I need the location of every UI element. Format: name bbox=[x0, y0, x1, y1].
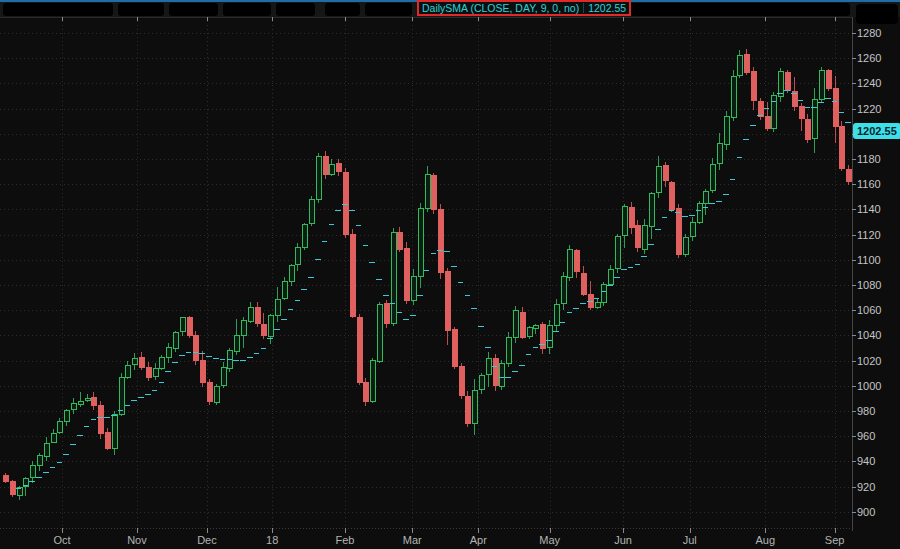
price-tick-label: 1240 bbox=[857, 77, 881, 89]
redacted-corner-box[interactable] bbox=[856, 4, 898, 24]
price-tick-label: 1100 bbox=[857, 254, 881, 266]
month-tick-label: Nov bbox=[127, 534, 147, 546]
price-tick-label: 1260 bbox=[857, 52, 881, 64]
price-tick-label: 1000 bbox=[857, 380, 881, 392]
month-tick-label: 18 bbox=[266, 534, 278, 546]
month-tick-label: May bbox=[539, 534, 560, 546]
month-tick-label: Apr bbox=[470, 534, 487, 546]
month-tick-label: Oct bbox=[54, 534, 71, 546]
price-tick-label: 1140 bbox=[857, 203, 881, 215]
study-label-value: 1202.55 bbox=[588, 2, 626, 14]
chart-window: DailySMA (CLOSE, DAY, 9, 0, no) 1202.55 … bbox=[0, 0, 900, 549]
month-tick-label: Jul bbox=[683, 534, 697, 546]
price-tick-label: 1060 bbox=[857, 304, 881, 316]
price-tick-label: 1120 bbox=[857, 229, 881, 241]
sma-dashes bbox=[16, 91, 851, 489]
price-tick-label: 1220 bbox=[857, 103, 881, 115]
sma-value-badge: 1202.55 bbox=[853, 123, 900, 139]
axis-lines bbox=[0, 17, 856, 533]
candlesticks bbox=[3, 49, 851, 500]
month-tick-label: Aug bbox=[755, 534, 775, 546]
month-tick-label: Mar bbox=[403, 534, 422, 546]
month-tick-label: Dec bbox=[197, 534, 217, 546]
price-tick-label: 1280 bbox=[857, 27, 881, 39]
price-tick-label: 1180 bbox=[857, 153, 881, 165]
month-tick-label: Feb bbox=[336, 534, 355, 546]
price-tick-label: 1080 bbox=[857, 279, 881, 291]
price-tick-label: 940 bbox=[857, 455, 875, 467]
study-label[interactable]: DailySMA (CLOSE, DAY, 9, 0, no) 1202.55 bbox=[417, 0, 631, 16]
gridlines bbox=[0, 17, 852, 528]
study-label-text: DailySMA (CLOSE, DAY, 9, 0, no) bbox=[422, 2, 579, 14]
price-tick-label: 900 bbox=[857, 506, 875, 518]
price-tick-label: 1020 bbox=[857, 355, 881, 367]
price-tick-label: 960 bbox=[857, 430, 875, 442]
price-tick-label: 980 bbox=[857, 405, 875, 417]
price-tick-label: 1160 bbox=[857, 178, 881, 190]
price-tick-label: 1040 bbox=[857, 329, 881, 341]
month-tick-label: Sep bbox=[825, 534, 845, 546]
study-label-divider bbox=[583, 3, 584, 13]
candlestick-plot[interactable] bbox=[0, 0, 900, 549]
price-tick-label: 920 bbox=[857, 481, 875, 493]
month-tick-label: Jun bbox=[614, 534, 632, 546]
